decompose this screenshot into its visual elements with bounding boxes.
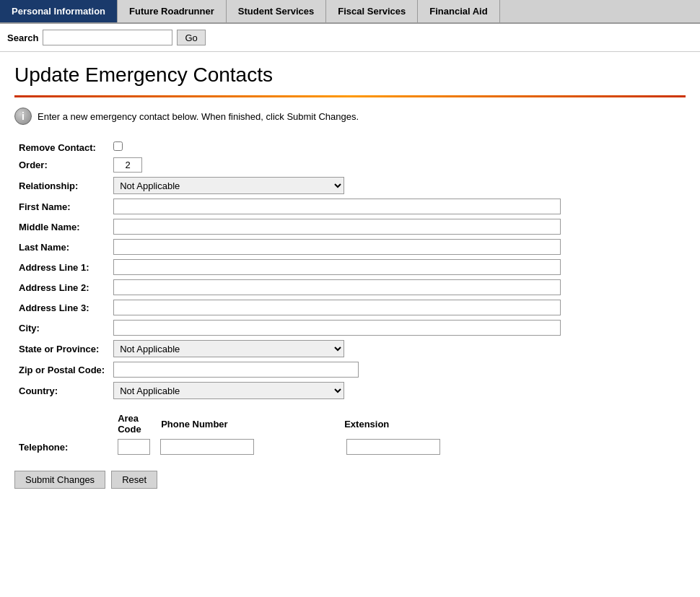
info-message-text: Enter a new emergency contact below. Whe… [38,111,359,122]
city-row: City: [14,318,565,338]
order-label: Order: [14,155,109,175]
address3-input[interactable] [113,300,561,315]
phone-number-input[interactable] [160,439,254,455]
info-message-row: i Enter a new emergency contact below. W… [14,108,686,125]
relationship-select[interactable]: Not ApplicableSpouseParentSiblingFriendO… [113,177,344,194]
submit-changes-button[interactable]: Submit Changes [14,471,105,489]
state-select[interactable]: Not ApplicableAlabamaAlaskaArizonaCalifo… [113,340,344,357]
city-label: City: [14,318,109,338]
country-row: Country: Not ApplicableUnited StatesCana… [14,380,565,401]
zip-label: Zip or Postal Code: [14,359,109,380]
middle-name-label: Middle Name: [14,217,109,237]
address2-row: Address Line 2: [14,277,565,297]
button-row: Submit Changes Reset [14,471,686,489]
search-go-button[interactable]: Go [177,30,205,45]
city-input[interactable] [113,320,561,336]
phone-number-header: Phone Number [157,407,258,435]
first-name-input[interactable] [113,199,561,214]
extension-input[interactable] [346,439,440,455]
zip-row: Zip or Postal Code: [14,359,565,380]
relationship-row: Relationship: Not ApplicableSpouseParent… [14,175,565,196]
first-name-label: First Name: [14,196,109,217]
remove-contact-label: Remove Contact: [14,139,109,155]
order-row: Order: 2 [14,155,565,175]
address1-label: Address Line 1: [14,257,109,277]
state-label: State or Province: [14,338,109,359]
telephone-label: Telephone: [14,435,109,459]
remove-contact-checkbox[interactable] [113,141,123,151]
address2-input[interactable] [113,279,561,295]
country-label: Country: [14,380,109,401]
search-bar: Search Go [0,24,700,52]
state-row: State or Province: Not ApplicableAlabama… [14,338,565,359]
nav-tab-personal-information[interactable]: Personal Information [0,0,118,22]
last-name-input[interactable] [113,239,561,255]
navigation-bar: Personal InformationFuture RoadrunnerStu… [0,0,700,24]
extension-header: Extension [258,407,393,435]
address3-label: Address Line 3: [14,297,109,318]
last-name-row: Last Name: [14,237,565,257]
nav-tab-future-roadrunner[interactable]: Future Roadrunner [118,0,227,22]
telephone-row: Telephone: [14,435,565,459]
order-input[interactable]: 2 [113,157,142,173]
country-select[interactable]: Not ApplicableUnited StatesCanadaMexicoO… [113,382,344,399]
page-content: Update Emergency Contacts i Enter a new … [0,52,700,500]
last-name-label: Last Name: [14,237,109,257]
search-label: Search [7,32,38,43]
info-icon: i [14,108,32,125]
address2-label: Address Line 2: [14,277,109,297]
form-table: Remove Contact: Order: 2 Relationship: N… [14,139,565,459]
nav-tab-financial-aid[interactable]: Financial Aid [418,0,499,22]
nav-tab-student-services[interactable]: Student Services [227,0,327,22]
nav-tab-fiscal-services[interactable]: Fiscal Services [326,0,418,22]
address3-row: Address Line 3: [14,297,565,318]
address1-input[interactable] [113,259,561,275]
remove-contact-row: Remove Contact: [14,139,565,155]
area-code-input[interactable] [118,439,150,455]
page-title: Update Emergency Contacts [14,64,686,87]
middle-name-row: Middle Name: [14,217,565,237]
middle-name-input[interactable] [113,219,561,235]
address1-row: Address Line 1: [14,257,565,277]
area-code-header: Area Code [113,407,157,435]
first-name-row: First Name: [14,196,565,217]
relationship-label: Relationship: [14,175,109,196]
phone-headers-row: Area Code Phone Number Extension [14,401,565,435]
zip-input[interactable] [113,362,359,378]
divider [14,95,686,97]
reset-button[interactable]: Reset [111,471,157,489]
search-input[interactable] [43,30,172,45]
